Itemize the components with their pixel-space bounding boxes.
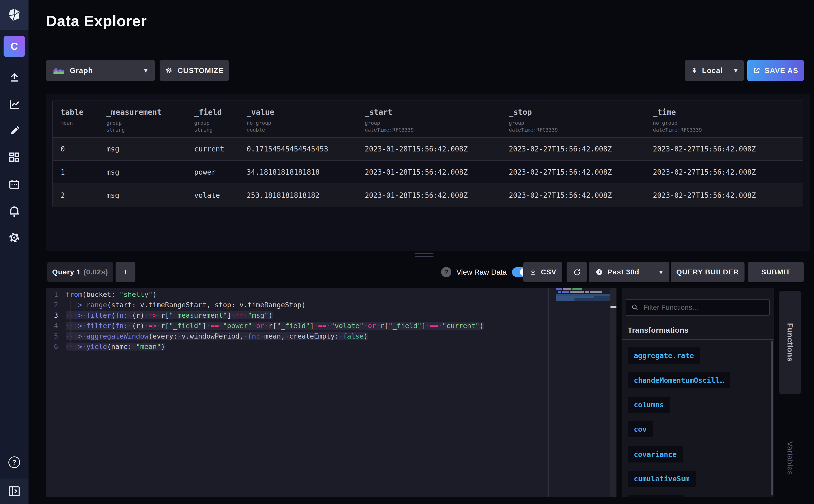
query-tab[interactable]: Query 1 (0.02s) bbox=[47, 262, 113, 282]
csv-button[interactable]: CSV bbox=[523, 262, 562, 282]
indent-guide bbox=[71, 300, 71, 347]
chevron-down-icon: ▾ bbox=[144, 67, 148, 74]
column-header: _fieldgroupstring bbox=[194, 108, 247, 137]
view-raw-data-control: ? View Raw Data bbox=[441, 262, 529, 282]
flux-code-editor[interactable]: 1from(bucket: "shelly")2 |> range(start:… bbox=[46, 288, 616, 497]
save-as-button[interactable]: SAVE AS bbox=[747, 60, 804, 81]
bell-icon bbox=[7, 204, 21, 218]
chevron-down-icon: ▾ bbox=[659, 269, 663, 276]
functions-scrollbar[interactable] bbox=[771, 341, 773, 495]
code-line[interactable]: 3··|>·filter(fn:·(r)·=>·r["_measurement"… bbox=[46, 310, 616, 320]
table-row: 1msgpower34.181818181818182023-01-28T15:… bbox=[53, 160, 803, 184]
refresh-button[interactable] bbox=[567, 262, 587, 282]
function-chip[interactable]: aggregate.rate bbox=[628, 347, 700, 364]
transformations-section-label: Transformations bbox=[628, 326, 689, 334]
area-chart-icon bbox=[53, 66, 65, 75]
scope-label: Local bbox=[702, 66, 723, 75]
minimap-scroll-track[interactable] bbox=[610, 288, 616, 497]
column-header: _timeno groupdateTime:RFC3339 bbox=[653, 108, 803, 137]
raw-data-table: tablemean_measurementgroupstring_fieldgr… bbox=[52, 101, 803, 207]
raw-data-help-icon[interactable]: ? bbox=[441, 267, 451, 277]
question-icon: ? bbox=[12, 458, 16, 466]
table-row: 0msgcurrent0.171545454545454532023-01-28… bbox=[53, 137, 803, 160]
tab-variables[interactable]: Variables bbox=[779, 430, 801, 486]
view-type-dropdown[interactable]: Graph ▾ bbox=[46, 60, 155, 81]
influxdb-logo[interactable] bbox=[0, 0, 29, 30]
pin-icon bbox=[691, 67, 698, 74]
time-range-label: Past 30d bbox=[608, 268, 639, 276]
expand-sidebar-button[interactable] bbox=[0, 479, 29, 504]
column-header: _measurementgroupstring bbox=[106, 108, 194, 137]
query-builder-button[interactable]: QUERY BUILDER bbox=[671, 262, 745, 282]
sidebar-item-upload[interactable] bbox=[7, 71, 21, 85]
code-lines: 1from(bucket: "shelly")2 |> range(start:… bbox=[46, 288, 616, 352]
tab-variables-label: Variables bbox=[786, 441, 794, 475]
function-chip[interactable]: columns bbox=[628, 397, 670, 413]
section-divider bbox=[622, 339, 774, 340]
raw-table-header: tablemean_measurementgroupstring_fieldgr… bbox=[53, 101, 803, 137]
customize-label: CUSTOMIZE bbox=[177, 66, 223, 75]
code-line[interactable]: 6··|>·yield(name:·"mean") bbox=[46, 341, 616, 352]
query-tab-label: Query 1 bbox=[52, 268, 81, 276]
sidebar: C bbox=[0, 0, 29, 504]
submit-button[interactable]: SUBMIT bbox=[748, 262, 804, 282]
function-chip[interactable]: chandeMomentumOscill… bbox=[628, 372, 730, 388]
csv-label: CSV bbox=[541, 268, 556, 276]
export-icon bbox=[753, 67, 761, 74]
customize-button[interactable]: CUSTOMIZE bbox=[160, 60, 229, 81]
help-button[interactable]: ? bbox=[8, 456, 20, 468]
gear-icon bbox=[7, 230, 21, 245]
minimap-collapse-handle[interactable] bbox=[610, 306, 616, 308]
tab-functions-label: Functions bbox=[786, 323, 794, 362]
filter-functions-input[interactable]: Filter Functions... bbox=[626, 299, 770, 316]
calendar-icon bbox=[7, 178, 21, 192]
sidebar-item-notebooks[interactable] bbox=[7, 124, 21, 138]
view-raw-data-label: View Raw Data bbox=[456, 268, 507, 276]
column-header: tablemean bbox=[61, 108, 106, 137]
line-chart-icon bbox=[7, 97, 21, 111]
sidebar-item-dashboards[interactable] bbox=[7, 150, 21, 165]
tab-functions[interactable]: Functions bbox=[779, 291, 801, 394]
editor-splitter[interactable] bbox=[549, 288, 549, 497]
save-as-label: SAVE AS bbox=[765, 66, 798, 75]
dashboard-grid-icon bbox=[7, 150, 21, 165]
code-line[interactable]: 2 |> range(start: v.timeRangeStart, stop… bbox=[46, 300, 616, 310]
results-panel: tablemean_measurementgroupstring_fieldgr… bbox=[46, 94, 810, 251]
influxdb-cube-icon bbox=[7, 8, 21, 22]
function-chip[interactable]: cov bbox=[628, 421, 653, 437]
function-chip[interactable]: cumulativeSum bbox=[628, 471, 696, 487]
submit-label: SUBMIT bbox=[761, 268, 791, 276]
code-line[interactable]: 5··|>·aggregateWindow(every:·v.windowPer… bbox=[46, 331, 616, 341]
sidebar-item-settings[interactable] bbox=[7, 230, 21, 245]
sidebar-item-data-explorer[interactable] bbox=[7, 97, 21, 111]
sidebar-item-tasks[interactable] bbox=[7, 178, 21, 192]
refresh-icon bbox=[573, 268, 581, 276]
download-icon bbox=[529, 268, 537, 276]
code-line[interactable]: 4··|>·filter(fn:·(r)·=>·r["_field"]·==·"… bbox=[46, 320, 616, 331]
gear-icon bbox=[165, 66, 173, 75]
raw-table-body: 0msgcurrent0.171545454545454532023-01-28… bbox=[53, 137, 803, 207]
functions-panel: Filter Functions... Transformations aggr… bbox=[622, 288, 774, 497]
sidebar-item-alerts[interactable] bbox=[7, 204, 21, 218]
table-row: 2msgvolate253.18181818181822023-01-28T15… bbox=[53, 184, 803, 207]
avatar[interactable]: C bbox=[4, 36, 25, 57]
chevron-down-icon: ▾ bbox=[734, 67, 738, 74]
page-title: Data Explorer bbox=[46, 12, 147, 30]
filter-functions-placeholder: Filter Functions... bbox=[643, 303, 698, 312]
column-header: _stopgroupdateTime:RFC3339 bbox=[509, 108, 653, 137]
add-query-button[interactable]: + bbox=[116, 262, 135, 282]
panel-resize-handle[interactable] bbox=[415, 253, 433, 259]
editor-minimap[interactable] bbox=[556, 288, 610, 497]
scope-dropdown[interactable]: Local ▾ bbox=[685, 60, 744, 81]
column-header: _startgroupdateTime:RFC3339 bbox=[365, 108, 509, 137]
upload-icon bbox=[7, 71, 21, 85]
time-range-dropdown[interactable]: Past 30d ▾ bbox=[589, 262, 669, 282]
function-chip-partial[interactable] bbox=[628, 495, 684, 497]
expand-sidebar-icon bbox=[8, 485, 21, 497]
search-icon bbox=[631, 304, 639, 311]
code-line[interactable]: 1from(bucket: "shelly") bbox=[46, 289, 616, 300]
clock-icon bbox=[595, 268, 603, 276]
query-duration: (0.02s) bbox=[83, 268, 108, 276]
function-chip[interactable]: covariance bbox=[628, 446, 683, 463]
pencil-icon bbox=[7, 124, 21, 138]
